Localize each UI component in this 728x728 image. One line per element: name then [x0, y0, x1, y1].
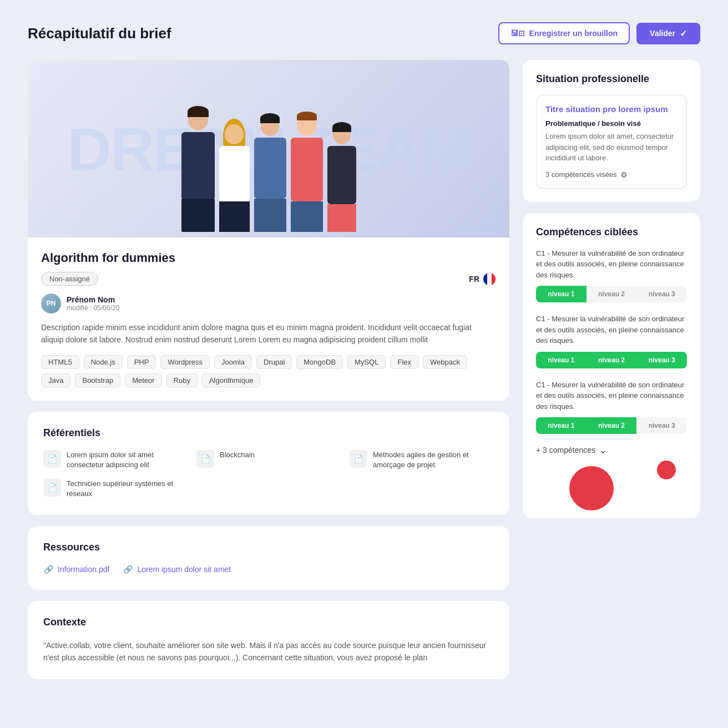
author-name: Prénom Nom [67, 295, 119, 304]
deco-circle-small [657, 461, 676, 479]
char2-body [219, 146, 250, 201]
tags-container: HTML5Node.jsPHPWordpressJoomlaDrupalMong… [41, 355, 496, 387]
lang-flag: FR [469, 272, 496, 286]
situation-pro-title: Situation professionelle [536, 73, 687, 85]
ressource-item[interactable]: 🔗 Information.pdf [43, 564, 109, 574]
ref-icon: 📄 [43, 479, 61, 497]
tag-item: PHP [127, 355, 156, 369]
niveau-button[interactable]: niveau 2 [587, 352, 637, 368]
ref-text: Méthodes agiles de gestion et amorçage d… [373, 450, 494, 470]
char3-body [254, 138, 286, 199]
competences-title: Compétences ciblées [536, 226, 687, 238]
left-column: DREAM TEAM [28, 60, 509, 679]
contexte-text: "Active.collab, votre client, souhaite a… [43, 639, 494, 664]
more-competences-button[interactable]: + 3 compétences [536, 445, 687, 455]
char3-hair [260, 113, 280, 123]
ressource-label: Lorem ipsum dolor sit amet [137, 565, 231, 574]
ressources-list: 🔗 Information.pdf 🔗 Lorem ipsum dolor si… [43, 564, 494, 574]
char4-legs [291, 201, 323, 232]
situation-inner-card: Titre situation pro lorem ipsum Problema… [536, 95, 687, 189]
card-content: Algorithm for dummies Non-assigné FR PN … [28, 237, 509, 401]
save-draft-button[interactable]: ⊡ Enregistrer un brouillon [498, 22, 630, 44]
niveau-button[interactable]: niveau 3 [636, 417, 687, 434]
char1-legs [181, 199, 215, 232]
check-icon [680, 28, 687, 39]
validate-button[interactable]: Valider [636, 23, 700, 44]
competence-desc: C1 - Mesurer la vulnérabilité de son ord… [536, 380, 687, 412]
ressource-item[interactable]: 🔗 Lorem ipsum dolor sit amet [123, 564, 231, 574]
niveau-button[interactable]: niveau 1 [536, 352, 587, 368]
niveau-button[interactable]: niveau 2 [587, 286, 637, 302]
tag-item: Node.js [84, 355, 123, 369]
competence-item-2: C1 - Mesurer la vulnérabilité de son ord… [536, 314, 687, 368]
char4-body [291, 138, 323, 201]
tag-item: Ruby [166, 373, 198, 387]
competence-desc: C1 - Mesurer la vulnérabilité de son ord… [536, 314, 687, 346]
referentiels-card: Référentiels 📄 Lorem ipsum dolor sit ame… [28, 412, 509, 515]
competence-desc: C1 - Mesurer la vulnérabilité de son ord… [536, 248, 687, 281]
competences-list: C1 - Mesurer la vulnérabilité de son ord… [536, 248, 687, 434]
save-icon: ⊡ [510, 29, 525, 38]
link-icon: 🔗 [123, 564, 133, 574]
chevron-down-icon [599, 445, 607, 455]
hero-card: DREAM TEAM [28, 60, 509, 401]
character-4 [291, 112, 323, 232]
non-assigne-badge: Non-assigné [41, 272, 98, 286]
situation-card-title: Titre situation pro lorem ipsum [545, 104, 678, 114]
author-row: PN Prénom Nom modifié : 05/06/20 [41, 294, 496, 314]
tag-item: Java [41, 373, 70, 387]
author-info: Prénom Nom modifié : 05/06/20 [67, 295, 119, 312]
ref-icon: 📄 [196, 450, 214, 468]
char1-body [181, 132, 215, 199]
ref-item: 📄 Technicien supérieur systèmes et résea… [43, 479, 188, 499]
contexte-card: Contexte "Active.collab, votre client, s… [28, 601, 509, 680]
ref-text: Blockchain [220, 450, 255, 460]
badge-row: Non-assigné FR [41, 272, 496, 286]
tag-item: MongoDB [296, 355, 343, 369]
deco-circle-large [569, 466, 614, 510]
char5-legs [327, 204, 356, 232]
character-3 [254, 113, 286, 232]
ressource-label: Information.pdf [58, 565, 109, 574]
competences-card: Compétences ciblées C1 - Mesurer la vuln… [523, 213, 700, 519]
characters-illustration [181, 82, 356, 237]
niveau-button[interactable]: niveau 3 [636, 286, 687, 302]
ref-item: 📄 Lorem ipsum dolor sit amet consectetur… [43, 450, 188, 470]
niveau-button[interactable]: niveau 1 [536, 417, 587, 434]
decorative-circles [536, 461, 687, 505]
tag-item: MySQL [347, 355, 386, 369]
competences-link[interactable]: 3 compétences visées ⚙ [545, 170, 678, 179]
character-2 [219, 119, 250, 232]
niveau-row: niveau 1niveau 2niveau 3 [536, 286, 687, 302]
contexte-title: Contexte [43, 616, 494, 628]
ressources-card: Ressources 🔗 Information.pdf 🔗 Lorem ips… [28, 526, 509, 590]
ref-text: Lorem ipsum dolor sit amet consectetur a… [67, 450, 188, 470]
tag-item: Joomla [214, 355, 252, 369]
tag-item: Bootstrap [75, 373, 120, 387]
brief-description: Description rapide minim esse incididunt… [41, 321, 496, 346]
referentiels-title: Référentiels [43, 427, 494, 439]
niveau-row: niveau 1niveau 2niveau 3 [536, 352, 687, 368]
niveau-button[interactable]: niveau 3 [636, 352, 687, 368]
page-title: Récapitulatif du brief [28, 25, 171, 42]
right-column: Situation professionelle Titre situation… [523, 60, 700, 518]
competence-item-3: C1 - Mesurer la vulnérabilité de son ord… [536, 380, 687, 434]
char5-hair [332, 122, 351, 132]
author-date: modifié : 05/06/20 [67, 304, 119, 312]
niveau-button[interactable]: niveau 2 [587, 417, 637, 434]
situation-pro-card: Situation professionelle Titre situation… [523, 60, 700, 202]
character-5 [327, 122, 356, 232]
niveau-button[interactable]: niveau 1 [536, 286, 587, 302]
ref-item: 📄 Méthodes agiles de gestion et amorçage… [350, 450, 494, 470]
char3-legs [254, 199, 286, 232]
problematique-text: Lorem ipsum dolor sit amet, consectetur … [545, 131, 678, 164]
competence-item-1: C1 - Mesurer la vulnérabilité de son ord… [536, 248, 687, 303]
ref-item: 📄 Blockchain [196, 450, 341, 470]
avatar: PN [41, 294, 61, 314]
character-1 [181, 106, 215, 232]
tag-item: Webpack [423, 355, 467, 369]
top-bar: Récapitulatif du brief ⊡ Enregistrer un … [28, 22, 700, 44]
char2-head [225, 124, 244, 144]
brief-title: Algorithm for dummies [41, 251, 496, 265]
tag-item: Algorithmique [202, 373, 261, 387]
